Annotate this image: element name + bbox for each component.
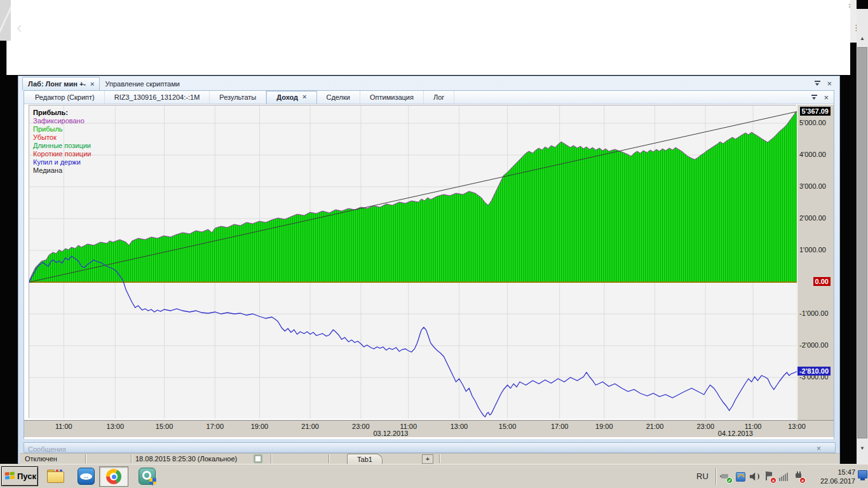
browser-scrollbar[interactable]: ▲ ▼ <box>857 9 868 464</box>
chrome-icon <box>106 469 121 484</box>
network-signal-icon[interactable] <box>778 471 790 482</box>
chart-area: Прибыль:ЗафиксированоПрибыльУбытокДлинны… <box>24 104 834 439</box>
x-tick-label: 13:00 <box>107 423 125 430</box>
y-tick-label: 1'000.00 <box>799 246 826 254</box>
panel-toggle-icon[interactable] <box>254 454 262 463</box>
quik-icon[interactable] <box>139 468 156 485</box>
volume-icon[interactable] <box>749 471 761 482</box>
chrome-taskbar-button[interactable] <box>99 466 128 487</box>
dock-icon[interactable] <box>811 94 818 101</box>
y-marker-equity-last: 5'367.09 <box>800 107 831 116</box>
tab-label: Оптимизация <box>370 93 414 104</box>
workspace-tab[interactable]: Tab1 <box>347 454 383 464</box>
x-tick-label: 21:00 <box>301 423 319 430</box>
app-window: Лаб: Лонг мин +-×Управление скриптами × … <box>18 76 840 464</box>
y-tick-label: 2'000.00 <box>799 214 826 222</box>
tab-close-icon[interactable]: × <box>90 81 94 87</box>
y-tick-label: 4'000.00 <box>799 151 826 158</box>
doc-tab-5[interactable]: Оптимизация <box>360 91 424 104</box>
network-disconnected-icon[interactable]: × <box>793 471 804 482</box>
window-tab-1[interactable]: Управление скриптами <box>100 78 184 90</box>
messages-label: Сообщения <box>28 445 66 453</box>
tab-label: Лог <box>433 93 444 104</box>
back-arrow-icon: ‹ <box>17 19 22 36</box>
messages-collapsed-bar[interactable]: Сообщения × <box>24 442 836 453</box>
divider <box>439 454 440 463</box>
taskbar: Пуск ↔ RU ✓ × × 15:47 22.06.2017 <box>0 464 868 488</box>
legend-item-1: Прибыль <box>33 125 91 133</box>
uac-shield-icon <box>149 478 156 485</box>
x-tick-label: 17:00 <box>207 423 224 430</box>
x-date-label: 04.12.2013 <box>718 430 753 437</box>
language-indicator[interactable]: RU <box>696 471 709 481</box>
legend-item-5: Купил и держи <box>33 158 91 166</box>
x-tick-label: 11:00 <box>55 423 72 430</box>
y-marker-zero: 0.00 <box>813 277 831 286</box>
add-tab-button[interactable]: + <box>422 454 433 464</box>
y-marker-buyhold-last: -2'810.00 <box>797 367 831 376</box>
tray-clock[interactable]: 15:47 22.06.2017 <box>810 468 855 485</box>
tab-label: Лаб: Лонг мин +- <box>28 80 86 88</box>
legend-item-3: Длинные позиции <box>33 142 91 150</box>
equity-chart-plot[interactable]: Прибыль:ЗафиксированоПрибыльУбытокДлинны… <box>29 105 796 418</box>
divider <box>329 454 330 463</box>
start-button[interactable]: Пуск <box>1 466 38 486</box>
usb-safely-remove-icon[interactable]: ✓ <box>720 471 731 482</box>
status-bar: Отключен 18.08.2015 8:25:30 (Локальное) … <box>20 453 839 464</box>
y-tick-label: -2'000.00 <box>799 341 829 349</box>
legend-item-6: Медиана <box>33 166 91 175</box>
teamviewer-icon[interactable]: ↔ <box>78 468 95 485</box>
tab-label: RIZ3_130916_131204:-:1M <box>114 93 200 104</box>
divider <box>131 454 132 463</box>
tray-time: 15:47 <box>810 468 855 477</box>
x-date-label: 03.12.2013 <box>373 430 408 437</box>
x-tick-label: 21:00 <box>646 423 664 430</box>
y-tick-label: 3'000.00 <box>799 182 826 190</box>
close-icon[interactable]: × <box>824 94 829 101</box>
y-tick-label: -1'000.00 <box>799 309 829 317</box>
close-icon[interactable]: × <box>827 80 832 87</box>
status-datetime: 18.08.2015 8:25:30 (Локальное) <box>135 455 237 463</box>
doc-tab-4[interactable]: Сделки <box>317 91 361 104</box>
x-tick-label: 13:00 <box>788 423 806 430</box>
windows-update-icon[interactable] <box>735 471 746 482</box>
x-tick-label: 13:00 <box>451 423 468 430</box>
tab-label: Редактор (Скрипт) <box>35 93 95 104</box>
browser-tab-corner <box>0 0 11 41</box>
divider <box>85 454 86 463</box>
doc-tab-1[interactable]: RIZ3_130916_131204:-:1M <box>105 91 210 104</box>
show-desktop-icon[interactable] <box>858 470 867 478</box>
window-tabbar: Лаб: Лонг мин +-×Управление скриптами <box>22 76 185 90</box>
doc-tab-2[interactable]: Результаты <box>210 91 266 104</box>
scrollbar-thumb[interactable] <box>857 47 867 438</box>
x-tick-label: 17:00 <box>551 423 569 430</box>
scroll-up-icon[interactable]: ▲ <box>857 36 868 41</box>
action-center-flag-icon[interactable]: × <box>764 471 775 482</box>
scroll-down-icon[interactable]: ▼ <box>857 445 868 451</box>
windows-logo-icon <box>5 471 15 480</box>
window-tab-0[interactable]: Лаб: Лонг мин +-× <box>22 77 100 90</box>
legend-item-4: Короткие позиции <box>33 150 91 158</box>
document-tabbar: Редактор (Скрипт)RIZ3_130916_131204:-:1M… <box>24 91 834 104</box>
doc-tab-6[interactable]: Лог <box>424 91 454 104</box>
x-tick-label: 15:00 <box>499 423 517 430</box>
connection-status: Отключен <box>25 455 57 463</box>
doc-tab-3[interactable]: Доход× <box>266 91 316 104</box>
x-tick-label: 23:00 <box>352 423 370 430</box>
panel-controls: × <box>811 94 829 101</box>
legend-item-2: Убыток <box>33 133 91 142</box>
divider <box>271 454 272 463</box>
close-icon[interactable]: × <box>817 444 821 453</box>
document-panel: Редактор (Скрипт)RIZ3_130916_131204:-:1M… <box>24 90 834 439</box>
tab-close-icon[interactable]: × <box>302 93 306 104</box>
doc-tab-0[interactable]: Редактор (Скрипт) <box>25 91 105 104</box>
tab-label: Результаты <box>219 93 256 104</box>
start-label: Пуск <box>17 471 36 481</box>
x-tick-label: 23:00 <box>696 423 714 430</box>
tray-date: 22.06.2017 <box>810 477 855 485</box>
chart-legend: Прибыль:ЗафиксированоПрибыльУбытокДлинны… <box>33 109 91 175</box>
divider <box>715 468 717 485</box>
dock-icon[interactable] <box>814 80 821 87</box>
explorer-icon[interactable] <box>47 470 64 484</box>
window-controls: × <box>814 80 832 87</box>
